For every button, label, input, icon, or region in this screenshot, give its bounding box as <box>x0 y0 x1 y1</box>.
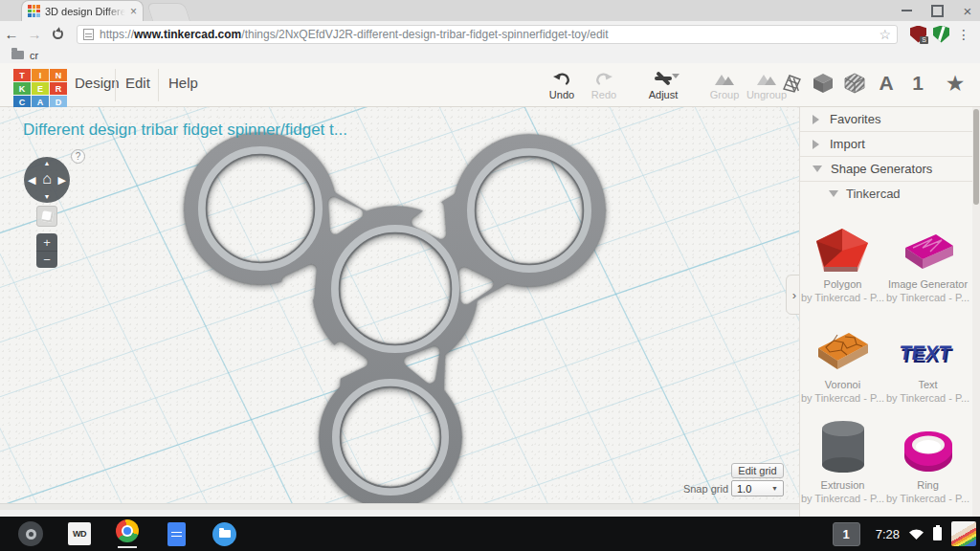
reload-icon[interactable] <box>46 29 69 39</box>
orbit-left-icon[interactable]: ◀ <box>28 175 35 186</box>
sidebar-section-favorites[interactable]: Favorites <box>800 107 980 132</box>
help-icon[interactable]: ? <box>71 149 85 164</box>
docs-app-icon[interactable] <box>167 522 186 546</box>
shape-name: Ring <box>917 479 939 491</box>
sidebar-section-import[interactable]: Import <box>800 132 980 157</box>
wd-app-icon[interactable]: WD <box>68 522 91 545</box>
ring-thumbnail <box>901 428 956 475</box>
redo-button[interactable]: Redo <box>580 69 628 100</box>
sidebar-section-shape-generators[interactable]: Shape Generators <box>800 157 980 182</box>
browser-tab[interactable]: 3D design Different desi × <box>21 0 144 21</box>
menu-edit[interactable]: Edit <box>125 75 150 91</box>
shape-author: by Tinkercad - P... <box>886 292 969 303</box>
address-bar[interactable]: https://www.tinkercad.com/things/2NxQEfd… <box>77 25 898 44</box>
solid-cube-icon[interactable] <box>812 71 835 96</box>
orbit-down-icon[interactable]: ▼ <box>44 193 51 200</box>
tinkercad-logo[interactable]: T I N K E R C A D <box>13 69 67 108</box>
edit-grid-button[interactable]: Edit grid <box>731 463 784 478</box>
group-icon <box>701 69 748 88</box>
shapes-sidebar: Favorites Import Shape Generators Tinker… <box>799 107 980 517</box>
shape-item-image-generator[interactable]: Image Generator by Tinkercad - P... <box>885 207 970 307</box>
chrome-icon[interactable] <box>116 519 139 542</box>
image-generator-thumbnail <box>898 227 959 275</box>
fidget-spinner-model[interactable] <box>0 107 799 510</box>
shape-name: Polygon <box>824 278 862 290</box>
home-view-icon[interactable]: ⌂ <box>42 171 52 187</box>
snap-grid-select[interactable]: 1.0 ▼ <box>731 480 784 496</box>
menu-design[interactable]: Design <box>75 75 120 91</box>
browser-toolbar: ← → https://www.tinkercad.com/things/2Nx… <box>0 21 980 47</box>
scrollbar-thumb[interactable] <box>973 109 979 205</box>
minimize-icon[interactable] <box>900 4 913 17</box>
chevron-down-icon <box>829 190 838 202</box>
bookmarks-bar: cr <box>0 47 980 63</box>
active-app-indicator <box>118 546 137 548</box>
chevron-right-icon: › <box>792 288 796 302</box>
browser-menu-icon[interactable]: ⋮ <box>957 27 970 42</box>
shape-item-polygon[interactable]: Polygon by Tinkercad - P... <box>800 207 885 307</box>
undo-icon <box>538 69 586 88</box>
new-tab-button[interactable] <box>146 3 190 21</box>
text-tool-icon[interactable]: A <box>875 71 898 96</box>
notification-badge[interactable]: 1 <box>833 522 860 546</box>
orbit-up-icon[interactable]: ▲ <box>44 160 51 166</box>
adblock-extension-icon[interactable]: S <box>910 26 926 43</box>
user-avatar[interactable] <box>951 521 976 546</box>
design-canvas[interactable]: Different design tribar fidget spinner/f… <box>0 107 799 510</box>
number-tool-icon[interactable]: 1 <box>906 71 929 96</box>
group-button[interactable]: Group <box>701 69 748 100</box>
back-icon[interactable]: ← <box>0 26 23 42</box>
canvas-bottom-edge <box>0 503 799 510</box>
sidebar-group-tinkercad[interactable]: Tinkercad <box>800 182 980 206</box>
battery-icon <box>933 527 942 540</box>
restore-icon[interactable] <box>930 4 944 17</box>
zoom-in-button[interactable]: + <box>36 233 57 251</box>
favorites-star-icon[interactable]: ★ <box>944 71 967 96</box>
hole-cube-icon[interactable] <box>843 71 866 96</box>
bookmark-folder-icon[interactable] <box>11 51 24 59</box>
tinkercad-favicon <box>28 5 40 17</box>
snap-grid-label: Snap grid <box>671 483 728 495</box>
extrusion-thumbnail <box>815 416 871 475</box>
orbit-right-icon[interactable]: ▶ <box>58 175 66 186</box>
shape-item-extrusion[interactable]: Extrusion by Tinkercad - P... <box>800 408 885 508</box>
voronoi-thumbnail <box>813 325 874 375</box>
shape-item-ring[interactable]: Ring by Tinkercad - P... <box>885 408 970 508</box>
zoom-out-button[interactable]: − <box>36 251 57 268</box>
sidebar-scrollbar[interactable] <box>972 107 980 517</box>
window-close-icon[interactable]: × <box>961 4 974 17</box>
text-thumbnail: TEXT TEXT <box>898 331 959 375</box>
shape-name: Text <box>918 379 937 390</box>
sidebar-collapse-handle[interactable]: › <box>786 275 799 315</box>
bookmark-folder-label[interactable]: cr <box>30 50 38 61</box>
files-app-icon[interactable] <box>212 522 236 546</box>
orbit-control[interactable]: ▲ ▼ ◀ ▶ ⌂ <box>24 157 70 203</box>
page-icon <box>83 29 94 40</box>
status-tray[interactable]: 7:28 <box>876 527 942 541</box>
view-cube-icon <box>41 210 54 223</box>
tab-close-icon[interactable]: × <box>130 6 137 17</box>
clock: 7:28 <box>876 527 900 541</box>
workplane-icon[interactable] <box>780 71 803 96</box>
shape-item-voronoi[interactable]: Voronoi by Tinkercad - P... <box>800 307 885 408</box>
launcher-icon[interactable] <box>18 521 43 546</box>
shape-item-text[interactable]: TEXT TEXT Text by Tinkercad - P... <box>885 307 970 408</box>
chrome-app[interactable] <box>116 519 139 548</box>
menu-help[interactable]: Help <box>168 75 198 91</box>
redo-icon <box>580 69 628 88</box>
undo-button[interactable]: Undo <box>538 69 586 100</box>
adjust-caret-icon <box>672 74 679 82</box>
zoom-controls: + − <box>36 233 57 268</box>
design-title[interactable]: Different design tribar fidget spinner/f… <box>23 121 347 140</box>
forward-icon[interactable]: → <box>23 26 46 42</box>
view-cube-button[interactable] <box>36 206 57 227</box>
chevron-down-icon <box>813 165 822 177</box>
shape-author: by Tinkercad - P... <box>886 392 969 404</box>
window-controls: × <box>900 0 974 21</box>
tab-strip: 3D design Different desi × × <box>0 0 980 21</box>
shield-extension-icon[interactable] <box>933 26 949 43</box>
bookmark-star-icon[interactable]: ☆ <box>879 27 891 42</box>
chevron-right-icon <box>813 140 824 149</box>
adjust-button[interactable]: Adjust <box>639 69 687 100</box>
shape-name: Image Generator <box>888 278 968 290</box>
